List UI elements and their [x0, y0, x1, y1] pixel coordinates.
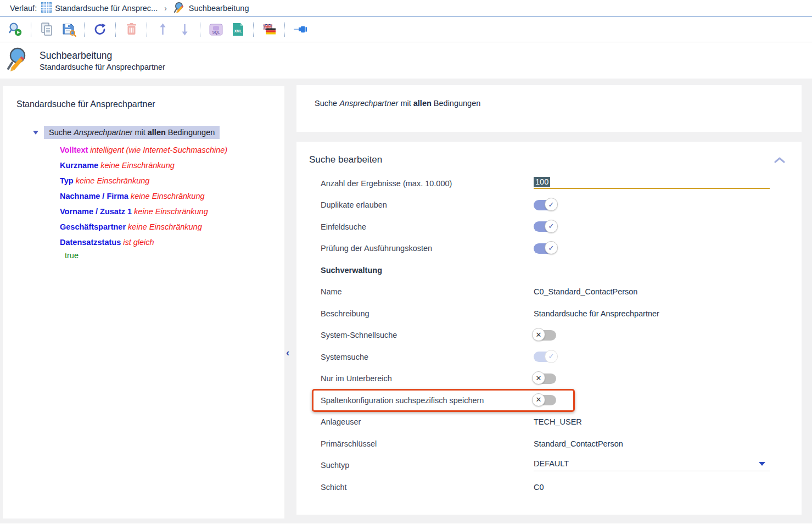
field-label: Spaltenkonfiguration suchspezifisch spei… — [321, 396, 534, 405]
main-area: Standardsuche für Ansprechpartner Suche … — [0, 79, 812, 523]
field-label: Einfeldsuche — [321, 222, 534, 231]
search-tree-panel: Standardsuche für Ansprechpartner Suche … — [3, 86, 284, 519]
condition-value[interactable]: true — [65, 250, 284, 261]
table-grid-icon — [41, 2, 52, 14]
move-up-button[interactable] — [152, 20, 173, 39]
toolbar: SQL XML — [0, 17, 812, 42]
condition-node[interactable]: Kurzname keine Einschränkung — [60, 158, 284, 173]
condition-node[interactable]: Nachname / Firma keine Einschränkung — [60, 188, 284, 204]
toggle-off[interactable]: ✕ — [534, 330, 556, 341]
condition-node[interactable]: Volltext intelligent (wie Internet-Suchm… — [60, 142, 284, 158]
field-label: Suchtyp — [321, 461, 534, 470]
check-icon: ✓ — [545, 241, 558, 254]
field-label: Name — [321, 287, 534, 296]
breadcrumb-item-search-list[interactable]: Standardsuche für Ansprec... — [41, 2, 158, 14]
condition-node[interactable]: Geschäftspartner keine Einschränkung — [60, 219, 284, 235]
form-row-duplikate: Duplikate erlauben ✓ — [321, 194, 802, 216]
export-xml-button[interactable]: XML — [227, 20, 249, 39]
toolbar-separator — [84, 23, 85, 37]
field-label: Systemsuche — [321, 353, 534, 361]
delete-button[interactable] — [120, 20, 142, 39]
edit-card-title: Suche bearbeiten — [309, 154, 382, 165]
condition-node[interactable]: Datensatzstatus ist gleich true — [60, 235, 284, 261]
toggle-on[interactable]: ✓ — [534, 200, 556, 210]
export-sql-button[interactable]: SQL — [205, 20, 227, 39]
toolbar-separator — [284, 23, 285, 37]
form-row-schicht: Schicht C0 — [321, 476, 802, 498]
select-value: DEFAULT — [534, 459, 569, 468]
tree-root-node[interactable]: Suche Ansprechpartner mit allen Bedingun… — [33, 126, 284, 139]
language-flags-button[interactable] — [258, 20, 280, 39]
condition-node[interactable]: Typ keine Einschränkung — [60, 173, 284, 188]
toggle-on[interactable]: ✓ — [534, 243, 556, 254]
summary-sentence: Suche Ansprechpartner mit allen Bedingun… — [315, 99, 802, 108]
summary-card: Suche Ansprechpartner mit allen Bedingun… — [296, 85, 802, 132]
form-row-section-suchverwaltung: Suchverwaltung — [321, 259, 802, 281]
field-value: TECH_USER — [534, 417, 770, 426]
field-label: Beschreibung — [321, 309, 534, 318]
form-row-suchtyp: Suchtyp DEFAULT — [321, 455, 802, 477]
chevron-up-icon — [774, 157, 785, 163]
toolbar-separator — [253, 23, 254, 37]
collapse-panel-chevron-icon[interactable]: ‹ — [286, 347, 289, 359]
search-edit-large-icon — [5, 46, 32, 75]
form-row-einfeldsuche: Einfeldsuche ✓ — [321, 216, 802, 238]
form-row-anlageuser: Anlageuser TECH_USER — [321, 411, 802, 433]
field-label: Anzahl der Ergebnisse (max. 10.000) — [321, 179, 534, 188]
toggle-on-disabled: ✓ — [534, 352, 556, 362]
svg-text:XML: XML — [234, 29, 242, 33]
field-label: Prüfung der Ausführungskosten — [321, 244, 534, 253]
run-search-button[interactable] — [4, 20, 26, 39]
breadcrumb-label: Standardsuche für Ansprec... — [55, 4, 158, 13]
refresh-button[interactable] — [89, 20, 111, 39]
field-label: Primärschlüssel — [321, 439, 534, 448]
breadcrumb: Verlauf: Standardsuche für Ansprec... › — [0, 0, 812, 17]
field-label: System-Schnellsuche — [321, 331, 534, 339]
toolbar-separator — [200, 23, 200, 37]
chevron-right-icon: › — [164, 4, 167, 13]
form-row-anzahl: Anzahl der Ergebnisse (max. 10.000) 100 — [321, 172, 802, 194]
breadcrumb-item-suchbearbeitung[interactable]: Suchbearbeitung — [173, 2, 249, 15]
save-button[interactable] — [58, 20, 80, 39]
x-icon: ✕ — [532, 328, 545, 341]
chevron-down-icon — [759, 462, 765, 466]
history-label: Verlauf: — [10, 4, 37, 13]
collapse-section-button[interactable] — [774, 157, 785, 163]
move-down-button[interactable] — [173, 20, 195, 39]
check-icon: ✓ — [545, 220, 558, 233]
results-count-input[interactable]: 100 — [534, 177, 770, 189]
field-label: Anlageuser — [321, 417, 534, 426]
field-value: C0 — [534, 483, 770, 492]
toolbar-separator — [147, 23, 147, 37]
field-label: Duplikate erlauben — [321, 200, 534, 209]
toolbar-separator — [31, 23, 31, 37]
form-row-spaltenkonfiguration: Spaltenkonfiguration suchspezifisch spei… — [321, 389, 802, 411]
form-row-beschreibung: Beschreibung Standardsuche für Ansprechp… — [321, 303, 802, 325]
svg-text:SQL: SQL — [212, 30, 219, 35]
toggle-off[interactable]: ✕ — [534, 395, 556, 405]
field-label: Schicht — [321, 483, 534, 492]
x-icon: ✕ — [532, 371, 545, 384]
x-icon: ✕ — [532, 393, 545, 406]
expander-icon[interactable] — [33, 131, 38, 135]
copy-button[interactable] — [36, 20, 58, 39]
pin-button[interactable] — [289, 20, 311, 39]
condition-tree: Suche Ansprechpartner mit allen Bedingun… — [16, 126, 284, 261]
toggle-on[interactable]: ✓ — [534, 221, 556, 232]
form-row-name: Name C0_Standard_ContactPerson — [321, 281, 802, 303]
form-row-system-schnellsuche: System-Schnellsuche ✕ — [321, 325, 802, 347]
field-label: Nur im Unterbereich — [321, 374, 534, 383]
tree-children: Volltext intelligent (wie Internet-Suchm… — [60, 142, 284, 261]
field-value: Standard_ContactPerson — [534, 439, 770, 448]
field-value: Standardsuche für Ansprechpartner — [534, 309, 770, 318]
breadcrumb-label: Suchbearbeitung — [189, 4, 249, 13]
form-rows: Anzahl der Ergebnisse (max. 10.000) 100 … — [296, 172, 802, 498]
check-icon: ✓ — [545, 198, 558, 211]
suchtyp-select[interactable]: DEFAULT — [534, 459, 770, 471]
condition-node[interactable]: Vorname / Zusatz 1 keine Einschränkung — [60, 204, 284, 219]
search-edit-icon — [173, 2, 186, 15]
edit-card: Suche bearbeiten Anzahl der Ergebnisse (… — [296, 142, 802, 515]
page-subtitle: Standardsuche für Ansprechpartner — [40, 63, 165, 71]
form-row-systemsuche: Systemsuche ✓ — [321, 346, 802, 368]
toggle-off[interactable]: ✕ — [534, 374, 556, 384]
